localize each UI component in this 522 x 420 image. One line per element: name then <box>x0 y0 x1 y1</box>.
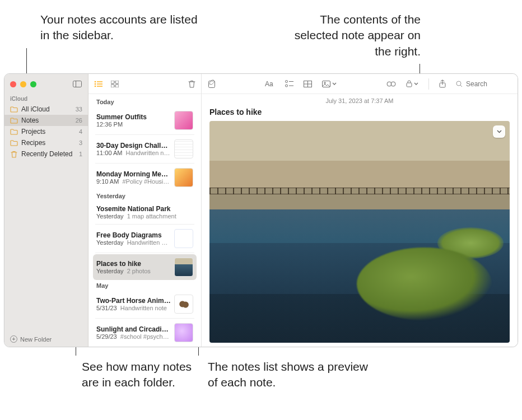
note-thumbnail <box>174 168 193 187</box>
sidebar-item-count: 26 <box>76 117 82 124</box>
share-button[interactable] <box>439 80 446 88</box>
sidebar-folder-list: All iCloud33Notes26Projects4Recipes3Rece… <box>4 103 88 332</box>
table-button[interactable] <box>304 81 312 87</box>
notes-group-label: May <box>93 280 197 291</box>
svg-rect-8 <box>111 81 114 83</box>
new-folder-button[interactable]: + New Folder <box>4 332 88 347</box>
notes-group-label: Yesterday <box>93 190 197 202</box>
sidebar-item-all-icloud[interactable]: All iCloud33 <box>4 104 88 115</box>
checklist-button[interactable] <box>285 80 293 87</box>
note-list-item[interactable]: Monday Morning Meeting9:10 AM #Policy #H… <box>93 165 197 190</box>
note-item-title: Two-Part Horse Anima… <box>96 297 171 305</box>
sidebar-item-projects[interactable]: Projects4 <box>4 126 88 137</box>
toolbar-divider <box>428 78 429 90</box>
lock-icon <box>406 80 412 87</box>
note-thumbnail <box>174 295 193 314</box>
svg-rect-11 <box>115 85 119 87</box>
note-item-title: Free Body Diagrams <box>96 231 171 239</box>
chevron-down-icon <box>332 82 337 85</box>
svg-point-14 <box>286 81 288 83</box>
sidebar-item-label: Recipes <box>21 139 76 147</box>
note-item-meta: Yesterday 2 photos <box>96 268 171 274</box>
note-body[interactable]: July 31, 2023 at 7:37 AM Places to hike <box>202 94 518 347</box>
folder-icon <box>10 106 18 113</box>
svg-point-3 <box>95 83 96 85</box>
note-list-item[interactable]: Two-Part Horse Anima…5/31/23 Handwritten… <box>93 291 197 317</box>
note-list-item[interactable]: Free Body DiagramsYesterday Handwritten … <box>93 226 197 251</box>
note-item-title: Yosemite National Park <box>96 205 193 213</box>
zoom-window-button[interactable] <box>30 81 36 87</box>
delete-note-button[interactable] <box>188 80 195 88</box>
sidebar-item-label: Notes <box>21 116 72 124</box>
note-item-meta: 9:10 AM #Policy #Housing… <box>96 178 171 185</box>
callout-top-right: The contents of the selected note appear… <box>281 12 421 59</box>
note-list-item[interactable]: 30-Day Design Challen…11:00 AM Handwritt… <box>93 136 197 162</box>
minimize-window-button[interactable] <box>20 81 26 87</box>
svg-point-2 <box>95 81 96 82</box>
note-list-item[interactable]: Sunlight and Circadian…5/29/23 #school #… <box>93 320 197 346</box>
note-list-item[interactable]: Summer Outfits12:36 PM <box>93 108 197 133</box>
search-icon <box>456 81 463 87</box>
note-thumbnail <box>174 111 193 130</box>
svg-text:Aa: Aa <box>265 80 273 87</box>
note-attachment-photo[interactable] <box>209 121 510 343</box>
search-field[interactable] <box>456 80 511 88</box>
close-window-button[interactable] <box>10 81 16 87</box>
note-list-item[interactable]: Places to hikeYesterday 2 photos <box>93 254 197 280</box>
trash-icon <box>188 80 195 88</box>
list-view-button[interactable] <box>94 81 103 87</box>
lock-button[interactable] <box>406 80 418 87</box>
note-item-meta: 11:00 AM Handwritten note <box>96 150 171 156</box>
sidebar: iCloud All iCloud33Notes26Projects4Recip… <box>4 74 88 347</box>
sidebar-item-count: 33 <box>76 106 82 113</box>
sidebar-item-count: 1 <box>79 151 82 157</box>
callout-bottom-right: The notes list shows a preview of each n… <box>208 359 376 391</box>
svg-rect-10 <box>111 85 114 87</box>
format-button[interactable]: Aa <box>265 80 275 87</box>
notes-list-pane: TodaySummer Outfits12:36 PM30-Day Design… <box>88 74 202 347</box>
svg-point-27 <box>456 81 461 86</box>
compose-button[interactable] <box>208 80 217 88</box>
sidebar-item-label: Projects <box>21 128 76 136</box>
note-list-item[interactable]: Yosemite National ParkYesterday 1 map at… <box>93 202 197 223</box>
svg-point-22 <box>324 82 326 83</box>
svg-point-4 <box>95 85 96 87</box>
note-item-title: Summer Outfits <box>96 113 171 121</box>
gallery-view-button[interactable] <box>111 81 119 87</box>
window-controls <box>10 81 36 87</box>
callout-bottom-left: See how many notes are in each folder. <box>82 359 194 391</box>
note-title[interactable]: Places to hike <box>209 108 510 116</box>
sidebar-item-notes[interactable]: Notes26 <box>4 115 88 126</box>
checklist-icon <box>285 80 293 87</box>
sidebar-item-recently-deleted[interactable]: Recently Deleted1 <box>4 148 88 160</box>
sidebar-item-recipes[interactable]: Recipes3 <box>4 137 88 148</box>
list-divider <box>95 253 194 253</box>
notes-list-body[interactable]: TodaySummer Outfits12:36 PM30-Day Design… <box>88 94 201 347</box>
link-icon <box>386 81 396 87</box>
plus-circle-icon: + <box>10 335 17 343</box>
toggle-sidebar-button[interactable] <box>72 79 82 89</box>
link-button[interactable] <box>386 81 396 87</box>
attachment-menu-button[interactable] <box>493 125 505 138</box>
notes-app-window: iCloud All iCloud33Notes26Projects4Recip… <box>4 73 518 347</box>
svg-rect-0 <box>73 81 82 87</box>
compose-icon <box>208 80 217 88</box>
note-thumbnail <box>174 258 193 277</box>
note-thumbnail <box>174 139 193 158</box>
media-button[interactable] <box>322 81 337 87</box>
new-folder-label: New Folder <box>20 336 52 343</box>
window-titlebar <box>4 74 88 94</box>
chevron-down-icon <box>414 82 418 85</box>
text-format-icon: Aa <box>265 80 275 87</box>
list-icon <box>94 81 103 87</box>
note-item-title: Sunlight and Circadian… <box>96 325 171 333</box>
note-item-meta: 12:36 PM <box>96 121 171 128</box>
sidebar-item-label: All iCloud <box>21 105 72 113</box>
search-input[interactable] <box>466 80 511 88</box>
note-timestamp: July 31, 2023 at 7:37 AM <box>209 97 510 104</box>
trash-icon <box>10 151 18 157</box>
table-icon <box>304 81 312 87</box>
callout-top-left: Your notes accounts are listed in the si… <box>40 12 203 44</box>
note-thumbnail <box>174 229 193 248</box>
content-toolbar: Aa <box>202 74 518 94</box>
